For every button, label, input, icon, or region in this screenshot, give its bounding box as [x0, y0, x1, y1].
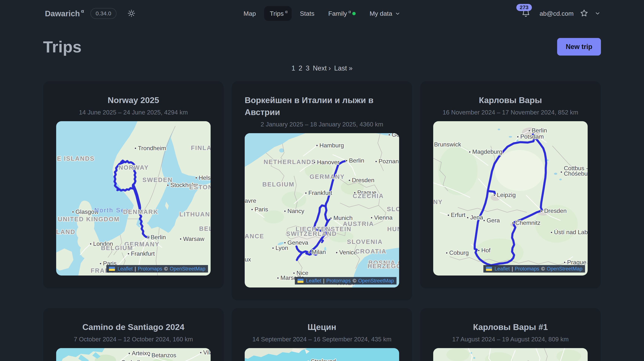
- trip-dates: 7 October 2024 – 12 October 2024, 160 km: [74, 336, 193, 343]
- notifications-count-badge: 273: [516, 4, 532, 11]
- osm-link[interactable]: OpenStreetMap: [170, 266, 205, 272]
- svg-text:Chemnitz: Chemnitz: [516, 219, 540, 226]
- svg-text:UNITED KINGDOM: UNITED KINGDOM: [58, 216, 120, 223]
- notifications-button[interactable]: 273: [521, 8, 530, 18]
- svg-text:Hof: Hof: [481, 247, 491, 254]
- protomaps-link[interactable]: Protomaps: [138, 266, 162, 272]
- svg-text:Helsin: Helsin: [199, 174, 210, 181]
- svg-text:Chóśebuz: Chóśebuz: [564, 170, 588, 177]
- svg-text:Erfurt: Erfurt: [451, 212, 466, 218]
- nav-item-trips[interactable]: Tripsα: [264, 6, 292, 21]
- trip-title[interactable]: Карловы Вары: [479, 94, 542, 106]
- user-email: ab@cd.com: [540, 10, 574, 17]
- page-title: Trips: [43, 36, 82, 57]
- svg-text:HUNG: HUNG: [387, 226, 399, 233]
- osm-link[interactable]: OpenStreetMap: [358, 278, 394, 284]
- favorites-button[interactable]: [580, 9, 588, 18]
- chevron-down-icon: [395, 11, 400, 16]
- svg-text:BELGIUM: BELGIUM: [262, 181, 294, 188]
- trips-grid: Norway 2025 14 June 2025 – 24 June 2025,…: [43, 81, 601, 361]
- svg-text:Lyon: Lyon: [276, 245, 288, 251]
- trip-dates: 17 August 2024 – 19 August 2024, 809 km: [452, 336, 569, 343]
- osm-link[interactable]: OpenStreetMap: [547, 266, 582, 272]
- protomaps-link[interactable]: Protomaps: [326, 278, 351, 284]
- page-link-3[interactable]: 3: [306, 64, 310, 72]
- svg-text:Hanover: Hanover: [317, 159, 340, 166]
- protomaps-link[interactable]: Protomaps: [515, 266, 539, 272]
- page-link-1[interactable]: 1: [292, 64, 295, 72]
- trip-title[interactable]: Camino de Santiago 2024: [82, 321, 184, 333]
- svg-text:LITHUANIA: LITHUANIA: [179, 211, 210, 218]
- svg-text:Berlin: Berlin: [349, 157, 364, 164]
- nav-item-my-data[interactable]: My data: [364, 6, 406, 21]
- svg-text:GERMANY: GERMANY: [310, 173, 345, 180]
- svg-text:Berlin: Berlin: [532, 127, 547, 134]
- trip-card: Norway 2025 14 June 2025 – 24 June 2025,…: [43, 81, 224, 289]
- new-trip-button[interactable]: New trip: [557, 38, 601, 55]
- leaflet-link[interactable]: Leaflet: [494, 266, 510, 272]
- trip-map[interactable]: GoHamburgNETHERLANDSHanoverBerlinPoznanG…: [245, 133, 399, 288]
- theme-toggle-button[interactable]: [127, 9, 136, 18]
- svg-text:Trondheim: Trondheim: [138, 145, 166, 151]
- trip-map[interactable]: ArteixoBetanzosVilaCarballo: [56, 348, 210, 361]
- svg-text:Milan: Milan: [312, 249, 326, 255]
- sun-icon: [127, 9, 136, 18]
- svg-text:Brunswick: Brunswick: [434, 141, 461, 148]
- page-link-next[interactable]: Next ›: [313, 64, 331, 72]
- family-online-dot: [352, 12, 356, 15]
- svg-text:BELA: BELA: [199, 225, 210, 232]
- svg-text:NETHERLANDS: NETHERLANDS: [264, 158, 316, 165]
- pagination: 123Next ›Last »: [43, 64, 601, 72]
- trip-dates: 14 June 2025 – 24 June 2025, 4294 km: [79, 109, 188, 116]
- svg-text:E ISLANDS: E ISLANDS: [57, 155, 94, 162]
- svg-text:Warsaw: Warsaw: [183, 236, 204, 242]
- leaflet-link[interactable]: Leaflet: [306, 278, 321, 284]
- leaflet-link[interactable]: Leaflet: [118, 266, 133, 272]
- nav-item-stats[interactable]: Stats: [294, 6, 320, 21]
- trip-card: Карловы Вары 16 November 2024 – 17 Novem…: [420, 81, 601, 289]
- trip-title[interactable]: Карловы Вары #1: [473, 321, 548, 333]
- trip-map[interactable]: Stralsund: [245, 348, 399, 361]
- svg-text:Frankfurt: Frankfurt: [131, 250, 155, 257]
- svg-text:ESTONIA: ESTONIA: [189, 184, 210, 191]
- trip-title[interactable]: Norway 2025: [108, 94, 159, 106]
- trip-title[interactable]: Воркейшен в Италии и лыжи в Австрии: [245, 94, 399, 118]
- svg-text:Magdeburg: Magdeburg: [472, 148, 502, 155]
- trip-dates: 2 January 2025 – 18 January 2025, 4360 k…: [260, 121, 383, 128]
- page-link-2[interactable]: 2: [298, 64, 302, 72]
- ukraine-flag-icon: [486, 267, 492, 271]
- nav-item-map[interactable]: Map: [238, 6, 262, 21]
- svg-text:ANCE: ANCE: [245, 233, 264, 240]
- nav-item-family[interactable]: Familyα: [322, 6, 361, 21]
- trip-map[interactable]: BerlinPotsdamBrunswickMagdeburgCottbus -…: [433, 121, 588, 276]
- alpha-badge: α: [81, 8, 84, 14]
- svg-text:Geneva: Geneva: [287, 239, 308, 246]
- svg-text:SWITZERLAND: SWITZERLAND: [286, 230, 337, 237]
- svg-text:Potsdam: Potsdam: [520, 133, 544, 140]
- trip-map[interactable]: E ISLANDSTrondheimFINLANDNORWAYSWEDENHel…: [56, 121, 210, 276]
- svg-text:ux: ux: [245, 256, 251, 263]
- star-icon: [580, 9, 588, 18]
- svg-text:CROATIA: CROATIA: [355, 248, 386, 255]
- svg-text:Betanzos: Betanzos: [152, 352, 176, 359]
- svg-text:Paris: Paris: [254, 206, 268, 213]
- user-menu-button[interactable]: [594, 10, 600, 17]
- app-logo[interactable]: Dawarichα: [45, 9, 83, 18]
- trip-card: Щецин 14 September 2024 – 16 September 2…: [232, 308, 412, 361]
- trip-title[interactable]: Щецин: [308, 321, 336, 333]
- svg-text:Poznan: Poznan: [378, 158, 399, 165]
- svg-text:Stralsund: Stralsund: [311, 358, 336, 361]
- page-link-last[interactable]: Last »: [334, 64, 352, 72]
- trip-map[interactable]: [433, 348, 588, 361]
- main-nav: Map Tripsα Stats Familyα My data: [238, 6, 406, 21]
- svg-text:SLOVENIA: SLOVENIA: [347, 238, 383, 245]
- svg-text:Berlin: Berlin: [151, 234, 166, 241]
- svg-text:BELGIUM: BELGIUM: [101, 245, 133, 251]
- svg-text:Coburg: Coburg: [449, 249, 469, 256]
- svg-text:Vila: Vila: [203, 349, 210, 356]
- svg-text:Vienna: Vienna: [374, 214, 392, 221]
- map-attribution: Leaflet | Protomaps © OpenStreetMap: [483, 265, 585, 273]
- map-labels: Stralsund: [308, 358, 336, 361]
- svg-text:LAND: LAND: [56, 228, 76, 235]
- svg-text:Arteixo: Arteixo: [132, 350, 150, 357]
